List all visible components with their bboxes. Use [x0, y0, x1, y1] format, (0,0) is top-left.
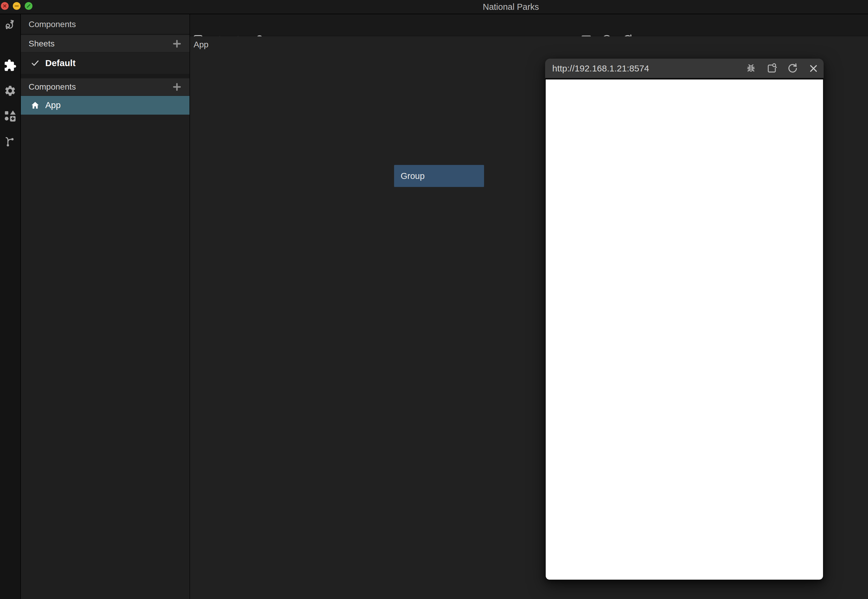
- preview-close-button[interactable]: [808, 63, 820, 74]
- add-sheet-button[interactable]: [170, 37, 184, 51]
- sheets-section-label: Sheets: [29, 39, 170, 48]
- shapes-library-icon: [4, 110, 17, 122]
- activity-bar: [0, 14, 21, 599]
- inspect-icon: [766, 63, 778, 74]
- section-header-components: Components: [21, 78, 190, 96]
- sidebar: Components Sheets Default Components App: [21, 14, 190, 599]
- main-toolbar: [190, 14, 868, 36]
- debug-button[interactable]: [745, 63, 757, 74]
- rail-item-library[interactable]: [4, 110, 16, 122]
- close-icon: [808, 63, 819, 74]
- inspect-button[interactable]: [766, 63, 778, 74]
- titlebar: National Parks: [0, 0, 868, 14]
- rail-item-routes[interactable]: [4, 19, 16, 31]
- route-icon: [4, 19, 16, 31]
- preview-titlebar: http://192.168.1.21:8574: [545, 59, 824, 78]
- preview-url[interactable]: http://192.168.1.21:8574: [552, 63, 736, 74]
- preview-refresh-button[interactable]: [787, 63, 799, 74]
- gear-icon: [4, 84, 17, 97]
- rail-item-version-control[interactable]: [4, 135, 16, 147]
- breadcrumb: App: [194, 40, 208, 50]
- window-controls: [1, 2, 32, 10]
- section-header-sheets: Sheets: [21, 35, 190, 53]
- minimize-icon: [13, 2, 21, 10]
- git-branch-icon: [4, 135, 16, 147]
- home-icon: [30, 101, 40, 110]
- bug-icon: [745, 63, 756, 74]
- group-widget-label: Group: [401, 171, 425, 181]
- section-gap: [21, 74, 190, 78]
- maximize-window-button[interactable]: [25, 2, 32, 10]
- component-item-label: App: [45, 100, 61, 110]
- preview-content: [546, 80, 823, 579]
- sidebar-panel-title: Components: [21, 14, 190, 35]
- close-window-button[interactable]: [1, 2, 9, 10]
- rail-item-settings[interactable]: [4, 85, 16, 97]
- components-section-label: Components: [29, 82, 170, 92]
- rail-item-components[interactable]: [4, 60, 16, 71]
- sheet-item-label: Default: [45, 58, 76, 68]
- add-component-button[interactable]: [170, 80, 184, 94]
- check-icon: [30, 58, 40, 68]
- list-item-app[interactable]: App: [21, 96, 190, 114]
- puzzle-icon: [4, 59, 17, 72]
- preview-window: http://192.168.1.21:8574: [545, 59, 824, 580]
- refresh-icon: [787, 63, 798, 74]
- window-title: National Parks: [483, 0, 539, 14]
- minimize-window-button[interactable]: [13, 2, 21, 10]
- list-item-default[interactable]: Default: [21, 53, 190, 74]
- plus-icon: [172, 82, 182, 92]
- group-widget[interactable]: Group: [394, 165, 484, 187]
- plus-icon: [172, 39, 182, 49]
- close-icon: [1, 2, 9, 10]
- maximize-icon: [25, 2, 32, 10]
